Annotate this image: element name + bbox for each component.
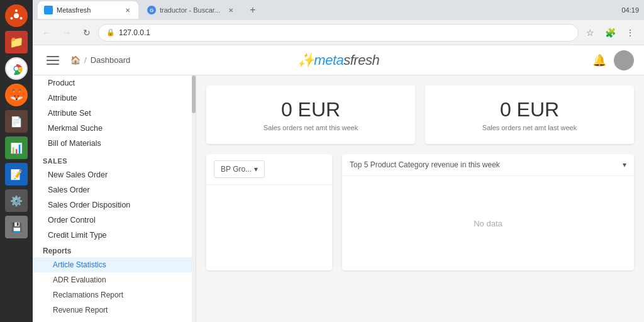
bp-group-dropdown[interactable]: BP Gro... ▾ <box>214 160 265 178</box>
nav-revenue-report[interactable]: Revenue Report <box>33 303 196 318</box>
nav-reports-group: Reports <box>33 243 196 257</box>
stat-card-last-week: 0 EUR Sales orders net amt last week <box>425 86 634 144</box>
address-text: 127.0.0.1 <box>119 28 150 37</box>
svg-point-4 <box>11 17 13 19</box>
breadcrumb-page: Dashboard <box>91 55 131 65</box>
app-logo: ✨metasfresh <box>297 52 379 69</box>
svg-point-3 <box>20 17 23 19</box>
stat-value-last-week: 0 EUR <box>438 98 621 121</box>
nav-sales-order-disposition[interactable]: Sales Order Disposition <box>33 197 196 213</box>
nav-reclamations-report[interactable]: Reclamations Report <box>33 287 196 303</box>
nav-merkmal-suche[interactable]: Merkmal Suche <box>33 121 196 136</box>
main-area: Product Attribute Attribute Set Merkmal … <box>33 75 644 322</box>
svg-point-1 <box>14 13 19 18</box>
chrome-toolbar: ← → ↻ 🔒 127.0.0.1 ☆ 🧩 ⋮ <box>33 20 644 45</box>
google-favicon: G <box>147 6 156 14</box>
content-area: 0 EUR Sales orders net amt this week 0 E… <box>196 75 644 322</box>
chrome-menu-button[interactable]: ⋮ <box>621 24 639 42</box>
avatar[interactable] <box>614 50 634 70</box>
app-header: 🏠 / Dashboard ✨metasfresh 🔔 <box>33 45 644 75</box>
nav-scrollbar-thumb <box>192 75 196 113</box>
files2-icon[interactable]: 📄 <box>5 110 28 133</box>
nav-order-control[interactable]: Order Control <box>33 213 196 228</box>
breadcrumb: 🏠 / Dashboard <box>70 55 130 65</box>
top5-chart-dropdown[interactable]: ▾ <box>623 160 626 169</box>
ubuntu-icon[interactable] <box>5 4 28 27</box>
hamburger-line-1 <box>47 56 59 57</box>
nav-article-statistics[interactable]: Article Statistics <box>33 257 196 272</box>
stat-label-this-week: Sales orders net amt this week <box>219 124 402 131</box>
settings-icon[interactable]: ⚙️ <box>5 189 28 212</box>
top5-no-data: No data <box>342 176 634 270</box>
stat-card-this-week: 0 EUR Sales orders net amt this week <box>206 86 415 144</box>
os-taskbar: 📁 🦊 📄 📊 📝 ⚙️ 💾 <box>0 0 33 322</box>
no-data-text: No data <box>474 219 502 228</box>
nav-revenue-week-report[interactable]: Revenue Week Report <box>33 318 196 322</box>
app-header-right: 🔔 <box>592 50 634 70</box>
usb-icon[interactable]: 💾 <box>5 216 28 238</box>
hamburger-line-3 <box>47 64 59 65</box>
new-tab-button[interactable]: + <box>244 1 262 19</box>
nav-credit-limit-type[interactable]: Credit Limit Type <box>33 228 196 243</box>
back-button[interactable]: ← <box>38 24 55 42</box>
extensions-button[interactable]: 🧩 <box>601 24 619 42</box>
nav-new-sales-order[interactable]: New Sales Order <box>33 167 196 182</box>
bp-group-header: BP Gro... ▾ <box>206 154 332 185</box>
bookmark-button[interactable]: ☆ <box>581 24 599 42</box>
app-content: 🏠 / Dashboard ✨metasfresh 🔔 Product Attr… <box>33 45 644 322</box>
chrome-icon[interactable] <box>5 57 28 80</box>
sales-section-label: SALES <box>33 151 196 167</box>
stat-label-last-week: Sales orders net amt last week <box>438 124 621 131</box>
nav-sidebar: Product Attribute Attribute Set Merkmal … <box>33 75 196 322</box>
bp-group-label: BP Gro... <box>221 165 252 174</box>
chrome-tab2-close[interactable]: ✕ <box>226 6 235 14</box>
top5-chart-card: Top 5 Product Category revenue in this w… <box>342 154 634 270</box>
nav-adr-evaluation[interactable]: ADR Evaluation <box>33 272 196 287</box>
nav-sales-order[interactable]: Sales Order <box>33 182 196 197</box>
home-icon[interactable]: 🏠 <box>70 55 80 65</box>
calc-icon[interactable]: 📊 <box>5 136 28 159</box>
nav-bill-of-materials[interactable]: Bill of Materials <box>33 136 196 151</box>
address-bar[interactable]: 🔒 127.0.0.1 <box>98 24 579 42</box>
metasfresh-favicon <box>44 6 53 14</box>
chrome-tab-metasfresh[interactable]: Metasfresh ✕ <box>38 1 138 19</box>
chrome-titlebar-controls: 04:19 <box>621 6 639 14</box>
dashboard-cards: 0 EUR Sales orders net amt this week 0 E… <box>206 86 634 144</box>
stat-value-this-week: 0 EUR <box>219 98 402 121</box>
breadcrumb-separator: / <box>84 55 87 65</box>
svg-point-2 <box>15 9 18 12</box>
chrome-time: 04:19 <box>621 6 639 14</box>
chrome-toolbar-actions: ☆ 🧩 ⋮ <box>581 24 639 42</box>
bell-icon[interactable]: 🔔 <box>592 53 606 67</box>
chart-row: BP Gro... ▾ Top 5 Product Category reven… <box>206 154 634 270</box>
svg-point-7 <box>14 67 18 70</box>
bp-group-card: BP Gro... ▾ <box>206 154 332 270</box>
files-icon[interactable]: 📁 <box>5 31 28 53</box>
text-icon[interactable]: 📝 <box>5 163 28 186</box>
nav-attribute[interactable]: Attribute <box>33 91 196 106</box>
nav-product[interactable]: Product <box>33 75 196 91</box>
chrome-tab-label: Metasfresh <box>57 6 91 14</box>
lock-icon: 🔒 <box>106 28 115 36</box>
bp-group-chevron: ▾ <box>254 165 258 174</box>
chrome-tab-traductor[interactable]: G traductor - Buscar... ✕ <box>141 1 242 19</box>
chrome-tab-label2: traductor - Buscar... <box>160 6 220 14</box>
hamburger-menu[interactable] <box>43 50 63 70</box>
chrome-window: Metasfresh ✕ G traductor - Buscar... ✕ +… <box>33 0 644 322</box>
chrome-tab-close[interactable]: ✕ <box>123 6 132 14</box>
nav-scrollbar[interactable] <box>192 75 196 322</box>
top5-chart-chevron: ▾ <box>623 160 626 169</box>
hamburger-line-2 <box>47 60 59 61</box>
chrome-titlebar: Metasfresh ✕ G traductor - Buscar... ✕ +… <box>33 0 644 20</box>
nav-attribute-set[interactable]: Attribute Set <box>33 106 196 121</box>
top5-chart-title: Top 5 Product Category revenue in this w… <box>350 160 500 169</box>
firefox-icon[interactable]: 🦊 <box>5 84 28 106</box>
forward-button[interactable]: → <box>58 24 75 42</box>
top5-chart-header: Top 5 Product Category revenue in this w… <box>342 154 634 176</box>
reload-button[interactable]: ↻ <box>78 24 96 42</box>
